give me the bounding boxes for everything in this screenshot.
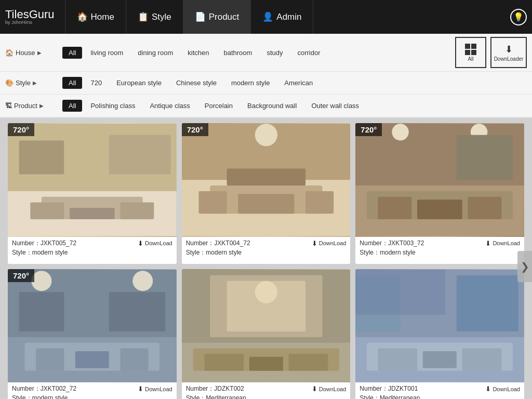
house-icon: 🏠 (5, 49, 14, 57)
svg-point-12 (255, 124, 277, 146)
svg-rect-24 (378, 197, 412, 219)
svg-rect-53 (462, 348, 502, 370)
card-info-5: Number：JDZKT002 ⬇ DownLoad Style：Mediter… (182, 382, 351, 399)
card-number-row-2: Number：JXKT004_72 ⬇ DownLoad (186, 239, 347, 248)
card-image-3[interactable]: 720° (355, 123, 524, 237)
dl-arrow-icon-1: ⬇ (138, 240, 143, 247)
card-image-1[interactable]: 720° (8, 123, 177, 237)
svg-point-20 (392, 124, 409, 140)
grid-label: All (468, 56, 473, 62)
downloader-button[interactable]: ⬇ DownLoader (490, 37, 527, 68)
product-tag-antique[interactable]: Antique class (143, 100, 196, 112)
house-tag-dining[interactable]: dining room (131, 47, 179, 59)
logo: TilesGuru by JohnHims (5, 9, 55, 25)
card-image-5[interactable] (182, 269, 351, 383)
product-filter-tags: All Polishing class Antique class Porcel… (62, 100, 527, 112)
card-number-6: Number：JDZKT001 (360, 384, 418, 393)
card-number-row-3: Number：JXKT003_72 ⬇ DownLoad (360, 239, 520, 248)
card-image-4[interactable]: 720° (8, 269, 177, 383)
card-image-2[interactable]: 720° (182, 123, 351, 237)
product-tag-polishing[interactable]: Polishing class (84, 100, 141, 112)
card-badge-4: 720° (8, 269, 34, 282)
svg-rect-16 (238, 194, 294, 214)
svg-rect-3 (19, 140, 64, 174)
dl-label-4: DownLoad (145, 386, 172, 392)
nav-style[interactable]: 📋 Style (126, 0, 183, 34)
card-badge-3: 720° (355, 123, 382, 136)
house-tag-kitchen[interactable]: kitchen (181, 47, 215, 59)
grid-squares-icon (465, 44, 476, 55)
svg-rect-17 (227, 169, 305, 185)
product-tag-outer[interactable]: Outer wall class (305, 100, 365, 112)
card-number-row-6: Number：JDZKT001 ⬇ DownLoad (360, 384, 520, 393)
product-icon: 📄 (195, 11, 206, 22)
svg-point-29 (31, 271, 51, 291)
style-tag-modern[interactable]: modern style (225, 77, 276, 89)
filter-right-controls: All ⬇ DownLoader (455, 37, 527, 68)
style-tag-american[interactable]: American (278, 77, 319, 89)
dl-label-5: DownLoad (319, 386, 347, 392)
card-info-3: Number：JXKT003_72 ⬇ DownLoad Style：moder… (355, 237, 524, 264)
card-number-5: Number：JDZKT002 (186, 384, 244, 393)
svg-rect-8 (70, 208, 115, 219)
card-info-2: Number：JXKT004_72 ⬇ DownLoad Style：moder… (182, 237, 351, 264)
nav-admin-label: Admin (276, 12, 301, 22)
filters: 🏠 House ▶ All living room dining room ki… (0, 34, 532, 118)
card-badge-2: 720° (182, 123, 208, 136)
next-page-button[interactable]: ❯ (517, 251, 532, 282)
download-arrow-icon: ⬇ (505, 44, 513, 55)
product-label-text: Product (14, 102, 37, 110)
house-label-text: House (16, 49, 35, 57)
home-icon: 🏠 (77, 11, 88, 22)
table-row: 720° Number：JXKT004_72 ⬇ DownLoad Style：… (182, 123, 351, 264)
dl-label-1: DownLoad (145, 240, 172, 246)
dl-label-6: DownLoad (493, 386, 520, 392)
house-arrow-icon: ▶ (37, 50, 42, 56)
card-info-1: Number：JXKT005_72 ⬇ DownLoad Style：moder… (8, 237, 177, 264)
download-link-4[interactable]: ⬇ DownLoad (138, 385, 172, 393)
product-filter-label: 🏗 Product ▶ (5, 102, 62, 110)
bulb-button[interactable]: 💡 (510, 9, 527, 25)
nav-style-label: Style (152, 12, 171, 22)
download-link-5[interactable]: ⬇ DownLoad (312, 385, 347, 393)
house-tag-bathroom[interactable]: bathroom (217, 47, 258, 59)
style-arrow-icon: ▶ (33, 80, 37, 86)
house-tag-corridor[interactable]: corridor (291, 47, 326, 59)
house-tag-living[interactable]: living room (84, 47, 129, 59)
style-tag-720[interactable]: 720 (84, 77, 108, 89)
style-label-text: Style (16, 79, 31, 87)
svg-point-41 (255, 281, 277, 303)
nav-product[interactable]: 📄 Product (183, 0, 251, 34)
svg-rect-26 (417, 200, 462, 219)
style-tag-all[interactable]: All (62, 77, 82, 89)
svg-rect-50 (355, 270, 445, 315)
download-link-1[interactable]: ⬇ DownLoad (138, 240, 172, 247)
nav-home[interactable]: 🏠 Home (65, 0, 126, 34)
product-tag-background[interactable]: Background wall (241, 100, 303, 112)
house-tag-all[interactable]: All (62, 47, 82, 59)
dl-arrow-icon-2: ⬇ (312, 240, 317, 247)
card-style-4: Style：modern style (12, 394, 172, 399)
card-style-2: Style：modern style (186, 248, 347, 257)
nav-admin[interactable]: 👤 Admin (251, 0, 313, 34)
table-row: 720° Number：JXKT002_72 ⬇ DownLoad Style：… (8, 269, 177, 400)
card-number-3: Number：JXKT003_72 (360, 239, 424, 248)
style-tag-european[interactable]: European style (110, 77, 168, 89)
download-link-6[interactable]: ⬇ DownLoad (485, 385, 520, 393)
svg-rect-34 (36, 348, 64, 370)
product-tag-porcelain[interactable]: Porcelain (198, 100, 239, 112)
style-filter-label: 🎨 Style ▶ (5, 79, 62, 87)
svg-rect-7 (120, 203, 154, 219)
dl-arrow-icon-5: ⬇ (312, 385, 317, 393)
download-link-3[interactable]: ⬇ DownLoad (485, 240, 520, 247)
card-image-6[interactable] (355, 269, 524, 383)
style-icon: 📋 (138, 11, 149, 22)
main-content: 720° Number：JXKT005_72 ⬇ DownLoad Style：… (0, 118, 532, 399)
house-tag-study[interactable]: study (260, 47, 289, 59)
grid-view-button[interactable]: All (455, 37, 486, 68)
style-tag-chinese[interactable]: Chinese style (170, 77, 223, 89)
download-link-2[interactable]: ⬇ DownLoad (312, 240, 347, 247)
style-filter-row: 🎨 Style ▶ All 720 European style Chinese… (0, 72, 532, 95)
product-tag-all[interactable]: All (62, 100, 82, 112)
card-info-6: Number：JDZKT001 ⬇ DownLoad Style：Mediter… (355, 382, 524, 399)
